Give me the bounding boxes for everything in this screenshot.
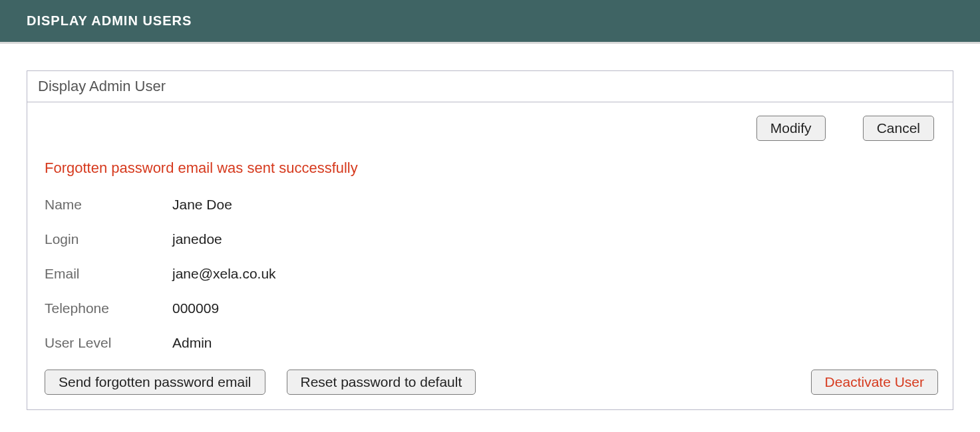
field-value-name: Jane Doe bbox=[172, 197, 232, 213]
field-user-level: User Level Admin bbox=[42, 335, 938, 351]
field-value-telephone: 000009 bbox=[172, 300, 219, 316]
field-value-email: jane@xela.co.uk bbox=[172, 266, 276, 282]
page-header: DISPLAY ADMIN USERS bbox=[0, 0, 980, 44]
field-value-login: janedoe bbox=[172, 231, 222, 247]
bottom-actions: Send forgotten password email Reset pass… bbox=[42, 370, 938, 395]
panel-body: Modify Cancel Forgotten password email w… bbox=[27, 102, 953, 409]
field-label-name: Name bbox=[45, 197, 172, 213]
reset-password-button[interactable]: Reset password to default bbox=[287, 370, 476, 395]
field-login: Login janedoe bbox=[42, 231, 938, 247]
field-telephone: Telephone 000009 bbox=[42, 300, 938, 316]
field-value-user-level: Admin bbox=[172, 335, 212, 351]
field-label-email: Email bbox=[45, 266, 172, 282]
page-title: DISPLAY ADMIN USERS bbox=[27, 13, 953, 29]
modify-button[interactable]: Modify bbox=[756, 116, 826, 141]
content-area: Display Admin User Modify Cancel Forgott… bbox=[0, 44, 980, 423]
field-name: Name Jane Doe bbox=[42, 197, 938, 213]
panel-title: Display Admin User bbox=[27, 71, 953, 102]
field-label-login: Login bbox=[45, 231, 172, 247]
field-label-user-level: User Level bbox=[45, 335, 172, 351]
deactivate-user-button[interactable]: Deactivate User bbox=[811, 370, 938, 395]
top-actions: Modify Cancel bbox=[42, 116, 938, 141]
field-email: Email jane@xela.co.uk bbox=[42, 266, 938, 282]
cancel-button[interactable]: Cancel bbox=[863, 116, 934, 141]
status-message: Forgotten password email was sent succes… bbox=[42, 160, 938, 177]
admin-user-panel: Display Admin User Modify Cancel Forgott… bbox=[27, 70, 953, 410]
field-label-telephone: Telephone bbox=[45, 300, 172, 316]
send-forgotten-password-button[interactable]: Send forgotten password email bbox=[45, 370, 265, 395]
